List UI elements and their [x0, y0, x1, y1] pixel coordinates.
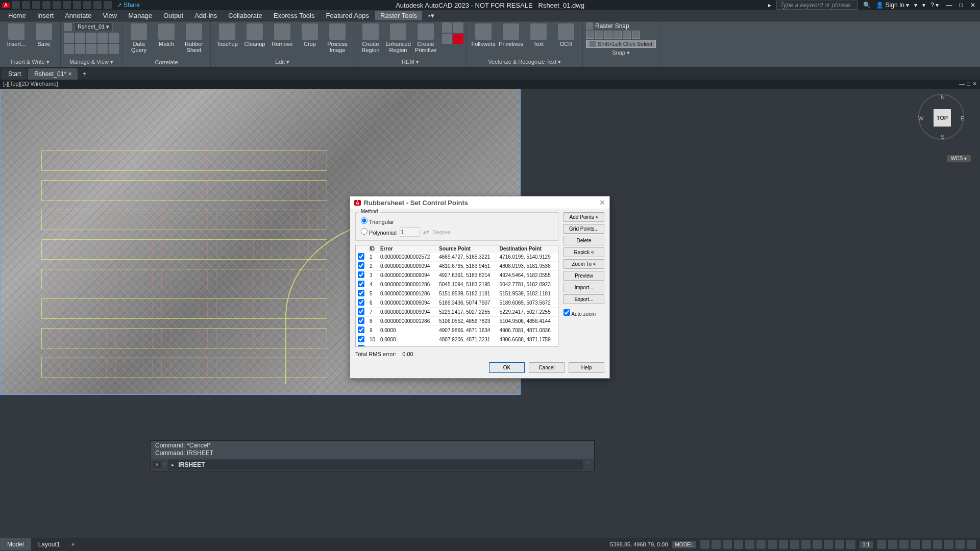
tab-file[interactable]: Rsheet_01* × — [28, 68, 78, 80]
units-icon[interactable] — [899, 540, 909, 549]
viewcube-n[interactable]: N — [941, 94, 945, 100]
zoom-to-button[interactable]: Zoom To < — [564, 259, 604, 269]
cmdline-close-icon[interactable]: × — [153, 461, 161, 468]
quick-props-icon[interactable] — [911, 540, 920, 549]
minimize-icon[interactable]: — — [944, 2, 954, 9]
help-icon[interactable]: ? ▾ — [930, 2, 939, 9]
model-tab[interactable]: Model — [0, 538, 31, 550]
sel-filter-icon[interactable] — [824, 540, 833, 549]
table-row[interactable]: 50.00000000000012865151.9539, 5182.11815… — [356, 289, 558, 298]
primitives-button[interactable]: Primitives — [498, 22, 524, 48]
table-row[interactable]: 70.00000000000090945229.2417, 5027.22555… — [356, 308, 558, 317]
drawing-canvas[interactable]: N S E W TOP WCS ▾ A Rubbersheet - Set Co… — [0, 89, 980, 471]
new-tab-button[interactable]: + — [79, 68, 90, 80]
import-button[interactable]: Import... — [564, 283, 604, 292]
row-checkbox[interactable] — [358, 308, 364, 315]
layout1-tab[interactable]: Layout1 — [31, 538, 67, 550]
table-row[interactable]: 90.00004907.9866, 4871.16344906.7081, 48… — [356, 326, 558, 335]
insert-button[interactable]: Insert... — [3, 22, 30, 48]
rubber-sheet-button[interactable]: Rubber Sheet — [181, 22, 207, 54]
preview-button[interactable]: Preview — [564, 271, 604, 281]
qat-icon[interactable] — [63, 1, 71, 9]
tab-featured-apps[interactable]: Featured Apps — [321, 11, 374, 20]
tab-express-tools[interactable]: Express Tools — [268, 11, 320, 20]
row-checkbox[interactable] — [358, 290, 364, 296]
table-row[interactable]: 110.00004688.0015, 4871.14314688.0015, 4… — [356, 344, 558, 347]
model-space-toggle[interactable]: MODEL — [672, 541, 697, 548]
layer-dropdown[interactable]: Rsheet_01 ▾ — [74, 22, 113, 31]
raster-snap-toggle[interactable]: Raster Snap — [586, 22, 656, 30]
grid-points-button[interactable]: Grid Points... — [564, 224, 604, 234]
row-checkbox[interactable] — [358, 345, 364, 347]
help-button[interactable]: Help — [569, 362, 604, 373]
create-primitive-button[interactable]: Create Primitive — [412, 22, 439, 54]
cancel-button[interactable]: Cancel — [529, 362, 565, 373]
dialog-close-icon[interactable]: ✕ — [599, 198, 605, 207]
add-layout-button[interactable]: + — [67, 538, 79, 550]
qat-icon[interactable] — [32, 1, 40, 9]
radio-triangular[interactable]: Triangular — [361, 217, 553, 225]
table-row[interactable]: 40.00000000000012865045.1094, 5183.21955… — [356, 280, 558, 289]
layer-icon[interactable] — [64, 23, 72, 31]
text-button[interactable]: Text — [525, 22, 552, 48]
cycling-icon[interactable] — [790, 540, 799, 549]
touchup-button[interactable]: Touchup — [214, 22, 240, 48]
search-caret-icon[interactable]: ▸ — [768, 2, 771, 9]
tab-collaborate[interactable]: Collaborate — [223, 11, 267, 20]
row-checkbox[interactable] — [358, 253, 364, 260]
qat-icon[interactable] — [104, 1, 112, 9]
add-points-button[interactable]: Add Points < — [564, 212, 604, 222]
customize-icon[interactable] — [967, 540, 976, 549]
gizmo-icon[interactable] — [835, 540, 844, 549]
lock-ui-icon[interactable] — [922, 540, 931, 549]
row-checkbox[interactable] — [358, 299, 364, 306]
tab-output[interactable]: Output — [158, 11, 188, 20]
wcs-badge[interactable]: WCS ▾ — [947, 155, 971, 162]
vp-max-icon[interactable]: □ — [967, 81, 970, 88]
autodesk-icon[interactable]: ▾ — [922, 2, 925, 9]
dyn-ucs-icon[interactable] — [813, 540, 822, 549]
vp-min-icon[interactable]: — — [959, 81, 965, 88]
maximize-icon[interactable]: □ — [956, 2, 966, 9]
transparency-icon[interactable] — [779, 540, 788, 549]
qat-icon[interactable] — [42, 1, 51, 9]
workspace-icon[interactable] — [877, 540, 886, 549]
row-checkbox[interactable] — [358, 336, 364, 342]
rem-icon[interactable] — [442, 34, 452, 44]
tab-add-ins[interactable]: Add-ins — [189, 11, 222, 20]
qat-icon[interactable] — [53, 1, 61, 9]
match-button[interactable]: Match — [153, 22, 180, 48]
row-checkbox[interactable] — [358, 262, 364, 269]
viewcube-top[interactable]: TOP — [934, 109, 951, 127]
grid-icon[interactable] — [700, 540, 709, 549]
table-row[interactable]: 20.00000000000090944810.6765, 5183.94514… — [356, 262, 558, 271]
tab-annotate[interactable]: Annotate — [60, 11, 96, 20]
cart-icon[interactable]: ▾ — [914, 2, 917, 9]
share-link[interactable]: ↗ Share — [117, 2, 140, 9]
dialog-titlebar[interactable]: A Rubbersheet - Set Control Points ✕ — [350, 196, 609, 209]
process-image-button[interactable]: Process Image — [324, 22, 351, 54]
rem-icon[interactable] — [453, 22, 463, 33]
table-row[interactable]: 100.00004807.9206, 4871.32314806.6688, 4… — [356, 335, 558, 344]
create-region-button[interactable]: Create Region — [357, 22, 384, 54]
tab-manage[interactable]: Manage — [123, 11, 157, 20]
ortho-icon[interactable] — [723, 540, 732, 549]
ok-button[interactable]: OK — [489, 362, 525, 373]
ann-monitor-icon[interactable] — [888, 540, 897, 549]
rem-icon[interactable] — [442, 22, 452, 33]
viewcube-w[interactable]: W — [918, 115, 923, 121]
degree-spinner-icon[interactable]: ▴▾ — [423, 229, 429, 235]
rem-color-swatch[interactable] — [453, 34, 463, 44]
tab-view[interactable]: View — [97, 11, 122, 20]
viewcube[interactable]: N S E W TOP — [916, 94, 967, 155]
delete-button[interactable]: Delete — [564, 236, 604, 245]
radio-polynomial[interactable]: Polynomial — [361, 228, 397, 236]
table-row[interactable]: 30.00000000000090944927.6391, 5183.82144… — [356, 271, 558, 280]
command-input[interactable]: ▸ IRSHEET — [168, 460, 583, 470]
close-tab-icon[interactable]: × — [68, 70, 71, 78]
viewport-label[interactable]: [-][Top][2D Wireframe] — [3, 81, 58, 88]
degree-input[interactable] — [400, 227, 420, 237]
export-button[interactable]: Export... — [564, 294, 604, 304]
viewcube-e[interactable]: E — [961, 115, 964, 121]
qat-icon[interactable] — [83, 1, 91, 9]
